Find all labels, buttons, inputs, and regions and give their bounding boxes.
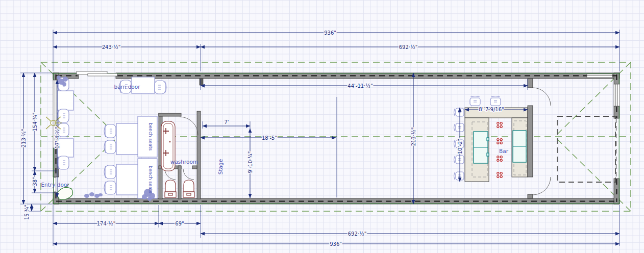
- stool-icon: [490, 96, 501, 106]
- bench: [138, 116, 157, 157]
- chair-icon: [57, 156, 69, 169]
- structural-post: [200, 79, 203, 85]
- drain-icon: [497, 172, 503, 178]
- entry-plant: [57, 187, 72, 199]
- label-stage: Stage: [217, 159, 224, 174]
- stool-icon: [454, 108, 464, 116]
- dim-left-lower: 38": [32, 177, 38, 186]
- drain-icon: [497, 156, 503, 162]
- chair-icon: [104, 181, 116, 194]
- label-bench-seats-lower: bench seats: [148, 166, 153, 194]
- label-barn-door: barn door: [114, 84, 140, 90]
- label-washroom: washroom: [170, 159, 198, 165]
- table: [57, 91, 73, 110]
- label-entry-door: Entry door: [41, 182, 69, 188]
- bar-counter: [465, 108, 528, 182]
- table: [116, 123, 139, 155]
- dim-bottom-left-segment: 174 ½": [97, 221, 116, 226]
- rocks: [84, 192, 103, 198]
- stool-icon: [454, 123, 464, 132]
- dim-dance-depth: 18'-5": [262, 135, 277, 141]
- dim-left-overhang: 15 ¾": [24, 205, 30, 220]
- bar-cooler: [474, 132, 489, 163]
- drain-icon: [497, 122, 503, 128]
- stool-icon: [454, 172, 464, 180]
- dim-top-right-segment: 692 ½": [399, 44, 418, 50]
- drain-icon: [497, 139, 503, 144]
- toilet-icon: [183, 180, 194, 197]
- bar-cooler: [513, 131, 526, 162]
- stall-door-arc: [183, 169, 194, 180]
- stool-icon: [454, 156, 464, 164]
- dim-stage-width: 7': [224, 119, 229, 125]
- dim-bottom-washroom: 69": [175, 221, 184, 226]
- chair-icon: [155, 81, 166, 94]
- floor-plan-canvas[interactable]: 936" 243 ½" 692 ½" 213 ½" 154 ¾" 38" 15 …: [0, 0, 644, 253]
- table: [116, 164, 139, 195]
- right-wall-window: [614, 84, 620, 106]
- chair-icon: [57, 109, 69, 122]
- bar-room-wall: [528, 79, 551, 198]
- dim-stage-depth: 9'-10 ¼": [247, 151, 253, 173]
- dim-top-total: 936": [324, 30, 336, 36]
- door-arc: [533, 177, 551, 195]
- dim-bottom-right-segment: 692 ½": [348, 231, 367, 237]
- barn-door: [77, 71, 117, 76]
- dim-left-interior: 17'-4 ½": [55, 127, 60, 149]
- door-arc: [533, 88, 551, 106]
- dim-left-total: 213 ½": [21, 129, 27, 148]
- toilet-icon: [165, 180, 176, 197]
- top-wall-window: [587, 74, 612, 78]
- dim-top-left-segment: 243 ½": [102, 44, 121, 50]
- label-bench-seats-upper: bench seats: [148, 123, 153, 151]
- dim-hall-width: 213 ½": [411, 128, 416, 146]
- dim-left-upper: 154 ¾": [32, 113, 38, 132]
- dim-hall-length: 44'-11 ½": [348, 83, 373, 89]
- label-bar: Bar: [499, 148, 509, 154]
- dim-bar-counter: 8'-7 9/16": [479, 107, 504, 112]
- mezzanine-outline: [557, 116, 615, 182]
- chair-icon: [104, 140, 116, 154]
- washroom-door-arc: [180, 117, 198, 135]
- chair-icon: [104, 165, 116, 179]
- dim-bottom-total: 936": [330, 241, 342, 247]
- dim-bar-length: 10'-2": [457, 139, 463, 154]
- stool-icon: [470, 96, 480, 106]
- chair-icon: [104, 124, 116, 138]
